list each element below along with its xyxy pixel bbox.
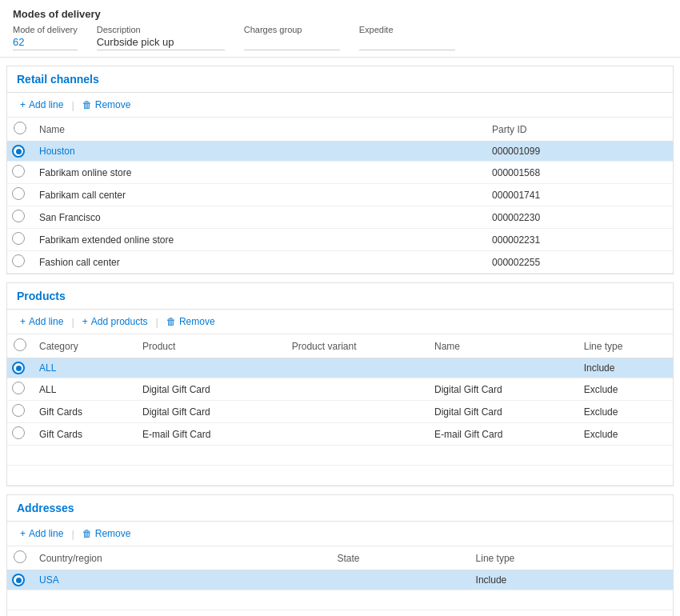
row-radio[interactable] bbox=[12, 145, 25, 158]
addresses-remove-button[interactable]: 🗑 Remove bbox=[79, 526, 134, 541]
addresses-linetype-header: Line type bbox=[470, 546, 673, 570]
plus-icon-add-products: + bbox=[82, 316, 88, 327]
charges-group-label: Charges group bbox=[244, 25, 340, 34]
retail-channels-row[interactable]: Houston 000001099 bbox=[7, 142, 673, 162]
products-variant-header: Product variant bbox=[286, 334, 428, 358]
products-row[interactable]: Gift Cards E-mail Gift Card E-mail Gift … bbox=[7, 423, 673, 446]
addresses-country-cell: USA bbox=[33, 570, 330, 590]
modes-form-row: Mode of delivery 62 Description Curbside… bbox=[13, 25, 667, 50]
row-check-cell bbox=[7, 229, 33, 251]
products-check-header bbox=[7, 334, 33, 358]
addresses-body: Country/region State Line type USA Inclu… bbox=[7, 546, 673, 616]
retail-channels-body: Name Party ID Houston 000001099 Fabrikam… bbox=[7, 118, 673, 274]
retail-channels-row[interactable]: Fabrikam call center 000001741 bbox=[7, 184, 673, 206]
retail-partyid-cell: 000002231 bbox=[486, 229, 673, 251]
description-field: Description Curbside pick up bbox=[97, 25, 225, 50]
products-empty-row bbox=[7, 446, 673, 466]
products-category-header: Category bbox=[33, 334, 136, 358]
row-radio[interactable] bbox=[12, 382, 25, 394]
addresses-row[interactable]: USA Include bbox=[7, 570, 673, 590]
description-value[interactable]: Curbside pick up bbox=[97, 36, 225, 50]
retail-channels-title: Retail channels bbox=[17, 73, 99, 86]
charges-group-field: Charges group bbox=[244, 25, 340, 50]
retail-name-cell: Fashion call center bbox=[33, 251, 486, 274]
row-radio[interactable] bbox=[12, 165, 25, 178]
products-name-cell bbox=[428, 358, 578, 378]
mode-of-delivery-field: Mode of delivery 62 bbox=[13, 25, 78, 50]
row-check-cell bbox=[7, 142, 33, 162]
retail-channels-toolbar: + Add line | 🗑 Remove bbox=[7, 93, 673, 118]
addresses-empty-row bbox=[7, 610, 673, 617]
row-radio[interactable] bbox=[12, 254, 25, 267]
retail-name-cell: Fabrikam online store bbox=[33, 162, 486, 184]
retail-channels-row[interactable]: San Francisco 000002230 bbox=[7, 206, 673, 229]
products-row[interactable]: Gift Cards Digital Gift Card Digital Gif… bbox=[7, 401, 673, 423]
products-product-cell: Digital Gift Card bbox=[136, 378, 286, 401]
mode-of-delivery-value[interactable]: 62 bbox=[13, 36, 78, 50]
plus-icon-addresses: + bbox=[20, 528, 26, 539]
products-product-cell: Digital Gift Card bbox=[136, 401, 286, 423]
products-add-line-button[interactable]: + Add line bbox=[17, 314, 66, 329]
row-radio[interactable] bbox=[12, 426, 25, 439]
retail-name-cell: Fabrikam extended online store bbox=[33, 229, 486, 251]
charges-group-value[interactable] bbox=[244, 36, 340, 50]
addresses-linetype-cell: Include bbox=[470, 570, 673, 590]
products-table: Category Product Product variant Name Li… bbox=[7, 334, 673, 486]
addresses-table: Country/region State Line type USA Inclu… bbox=[7, 546, 673, 616]
products-add-products-button[interactable]: + Add products bbox=[79, 314, 151, 329]
products-select-all[interactable] bbox=[14, 338, 26, 351]
plus-icon-products: + bbox=[20, 316, 26, 327]
retail-channels-row[interactable]: Fabrikam online store 000001568 bbox=[7, 162, 673, 184]
products-name-cell: Digital Gift Card bbox=[428, 378, 578, 401]
toolbar-separator: | bbox=[71, 99, 74, 111]
modes-section-title: Modes of delivery bbox=[13, 8, 667, 20]
products-linetype-header: Line type bbox=[578, 334, 673, 358]
retail-name-header: Name bbox=[33, 118, 486, 142]
row-radio[interactable] bbox=[12, 362, 25, 374]
addresses-toolbar: + Add line | 🗑 Remove bbox=[7, 522, 673, 546]
products-linetype-cell: Exclude bbox=[578, 401, 673, 423]
row-check-cell bbox=[7, 162, 33, 184]
row-check-cell bbox=[7, 251, 33, 274]
products-title: Products bbox=[17, 290, 66, 302]
retail-channels-row[interactable]: Fashion call center 000002255 bbox=[7, 251, 673, 274]
products-toolbar-sep2: | bbox=[156, 316, 158, 328]
row-radio[interactable] bbox=[12, 404, 25, 417]
addresses-check-header bbox=[7, 546, 33, 570]
row-radio[interactable] bbox=[12, 187, 25, 200]
products-product-cell: E-mail Gift Card bbox=[136, 423, 286, 446]
row-check-cell bbox=[7, 184, 33, 206]
products-toolbar: + Add line | + Add products | 🗑 Remove bbox=[7, 310, 673, 334]
plus-icon: + bbox=[20, 99, 26, 110]
addresses-add-line-button[interactable]: + Add line bbox=[17, 526, 66, 541]
products-remove-button[interactable]: 🗑 Remove bbox=[163, 314, 218, 329]
retail-channels-table: Name Party ID Houston 000001099 Fabrikam… bbox=[7, 118, 673, 274]
retail-select-all[interactable] bbox=[14, 122, 26, 134]
products-category-cell: Gift Cards bbox=[33, 423, 136, 446]
retail-partyid-header: Party ID bbox=[486, 118, 673, 142]
retail-partyid-cell: 000002230 bbox=[486, 206, 673, 229]
trash-icon: 🗑 bbox=[82, 99, 92, 110]
products-row[interactable]: ALL Digital Gift Card Digital Gift Card … bbox=[7, 378, 673, 401]
products-name-cell: E-mail Gift Card bbox=[428, 423, 578, 446]
retail-channels-row[interactable]: Fabrikam extended online store 000002231 bbox=[7, 229, 673, 251]
addresses-panel: Addresses + Add line | 🗑 Remove C bbox=[6, 494, 674, 616]
trash-icon-products: 🗑 bbox=[166, 316, 176, 327]
products-category-cell: Gift Cards bbox=[33, 401, 136, 423]
addresses-select-all[interactable] bbox=[14, 550, 26, 563]
retail-add-line-button[interactable]: + Add line bbox=[17, 98, 66, 112]
products-check-cell bbox=[7, 358, 33, 378]
expedite-field: Expedite bbox=[359, 25, 455, 50]
row-radio[interactable] bbox=[12, 210, 25, 222]
row-radio[interactable] bbox=[12, 574, 25, 586]
addresses-country-header: Country/region bbox=[33, 546, 330, 570]
retail-remove-button[interactable]: 🗑 Remove bbox=[79, 98, 134, 112]
products-product-cell bbox=[136, 358, 286, 378]
row-check-cell bbox=[7, 206, 33, 229]
products-category-cell: ALL bbox=[33, 378, 136, 401]
row-radio[interactable] bbox=[12, 232, 25, 245]
products-variant-cell bbox=[286, 378, 428, 401]
products-check-cell bbox=[7, 423, 33, 446]
products-row[interactable]: ALL Include bbox=[7, 358, 673, 378]
expedite-value[interactable] bbox=[359, 36, 455, 50]
